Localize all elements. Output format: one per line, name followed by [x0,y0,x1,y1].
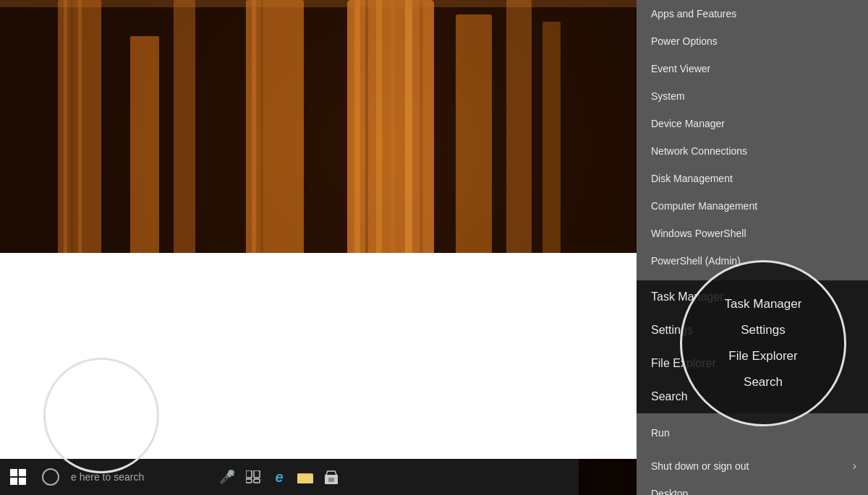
menu-item-desktop[interactable]: Desktop [637,480,868,495]
menu-item-settings[interactable]: Settings [637,314,868,347]
menu-item-run[interactable]: Run [637,419,868,447]
menu-item-disk-management[interactable]: Disk Management [637,165,868,192]
menu-item-power-options[interactable]: Power Options [637,27,868,55]
taskbar-icons: 🎤 e [210,467,349,487]
menu-item-computer-management[interactable]: Computer Management [637,192,868,220]
menu-item-powershell-admin[interactable]: PowerShell (Admin) [637,247,868,275]
menu-item-device-manager[interactable]: Device Manager [637,110,868,137]
svg-rect-25 [254,479,260,483]
microphone-icon[interactable]: 🎤 [217,467,237,487]
svg-rect-29 [328,478,334,482]
menu-item-search[interactable]: Search [637,380,868,413]
menu-item-file-explorer[interactable]: File Explorer [637,347,868,380]
svg-rect-21 [0,0,637,7]
context-menu: Apps and Features Power Options Event Vi… [637,0,868,495]
file-explorer-taskbar-icon[interactable] [295,467,315,487]
cortana-icon [42,468,59,486]
menu-item-task-manager[interactable]: Task Manager [637,280,868,314]
svg-rect-27 [297,475,313,483]
menu-item-shut-down[interactable]: Shut down or sign out [637,452,868,480]
svg-rect-23 [254,470,260,478]
task-view-icon[interactable] [243,467,263,487]
svg-rect-22 [246,470,252,478]
svg-rect-24 [246,479,252,483]
white-area [0,253,637,459]
search-box[interactable]: e here to search [65,459,210,495]
store-icon[interactable] [321,467,341,487]
start-button[interactable] [0,459,36,495]
menu-item-network-connections[interactable]: Network Connections [637,137,868,165]
cortana-button[interactable] [36,459,65,495]
taskbar: e here to search 🎤 e [0,459,579,495]
windows-logo-icon [10,469,26,485]
menu-item-apps-features[interactable]: Apps and Features [637,0,868,27]
edge-icon[interactable]: e [269,467,289,487]
search-placeholder: e here to search [71,471,144,483]
menu-item-event-viewer[interactable]: Event Viewer [637,55,868,82]
menu-item-system[interactable]: System [637,82,868,110]
menu-item-windows-powershell[interactable]: Windows PowerShell [637,220,868,247]
